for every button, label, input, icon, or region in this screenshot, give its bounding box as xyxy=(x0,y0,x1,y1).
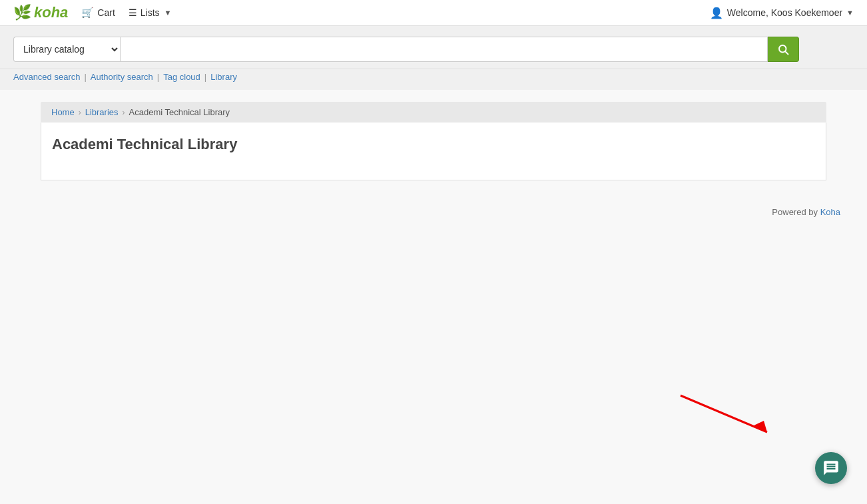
search-input[interactable] xyxy=(120,37,768,62)
search-button[interactable] xyxy=(768,37,799,62)
top-navigation: 🌿 koha 🛒 Cart ☰ Lists ▼ 👤 Welcome, Koos … xyxy=(0,0,867,26)
advanced-search-link[interactable]: Advanced search xyxy=(13,72,80,82)
lists-link[interactable]: ☰ Lists ▼ xyxy=(129,7,172,18)
cart-label: Cart xyxy=(97,7,115,18)
breadcrumb: Home › Libraries › Academi Technical Lib… xyxy=(41,102,826,123)
welcome-dropdown-arrow: ▼ xyxy=(846,9,854,17)
logo-link[interactable]: 🌿 koha xyxy=(13,4,68,21)
breadcrumb-sep-1: › xyxy=(79,108,81,117)
subnav-sep-1: | xyxy=(84,72,86,82)
search-area: Library catalog Title Author Subject ISB… xyxy=(0,26,867,69)
page-box: Academi Technical Library xyxy=(41,123,826,180)
lists-icon: ☰ xyxy=(129,7,137,18)
search-type-select[interactable]: Library catalog Title Author Subject ISB… xyxy=(13,37,120,62)
svg-line-1 xyxy=(785,51,788,54)
subnav: Advanced search | Authority search | Tag… xyxy=(0,69,867,90)
search-row: Library catalog Title Author Subject ISB… xyxy=(13,37,799,62)
page-title: Academi Technical Library xyxy=(52,136,815,153)
cart-link[interactable]: 🛒 Cart xyxy=(81,7,115,19)
user-icon: 👤 xyxy=(710,7,723,19)
breadcrumb-libraries[interactable]: Libraries xyxy=(85,107,119,117)
lists-dropdown-arrow: ▼ xyxy=(164,9,172,17)
breadcrumb-current: Academi Technical Library xyxy=(129,107,230,117)
breadcrumb-home[interactable]: Home xyxy=(51,107,75,117)
footer: Powered by Koha xyxy=(0,200,867,224)
topnav-left: 🌿 koha 🛒 Cart ☰ Lists ▼ xyxy=(13,4,172,21)
koha-logo-icon: 🌿 xyxy=(13,4,31,21)
search-icon xyxy=(777,43,789,55)
cart-icon: 🛒 xyxy=(81,7,94,19)
authority-search-link[interactable]: Authority search xyxy=(91,72,153,82)
library-link[interactable]: Library xyxy=(210,72,237,82)
logo-text: koha xyxy=(34,4,68,21)
subnav-sep-2: | xyxy=(157,72,159,82)
tag-cloud-link[interactable]: Tag cloud xyxy=(163,72,200,82)
lists-label: Lists xyxy=(141,7,160,18)
koha-footer-link[interactable]: Koha xyxy=(820,207,840,217)
welcome-label: Welcome, Koos Koekemoer xyxy=(727,7,842,18)
powered-by-text: Powered by xyxy=(772,207,818,217)
main-content: Home › Libraries › Academi Technical Lib… xyxy=(27,102,840,180)
breadcrumb-sep-2: › xyxy=(123,108,125,117)
subnav-sep-3: | xyxy=(204,72,206,82)
welcome-link[interactable]: Welcome, Koos Koekemoer ▼ xyxy=(727,7,854,18)
topnav-right: 👤 Welcome, Koos Koekemoer ▼ xyxy=(710,7,854,19)
